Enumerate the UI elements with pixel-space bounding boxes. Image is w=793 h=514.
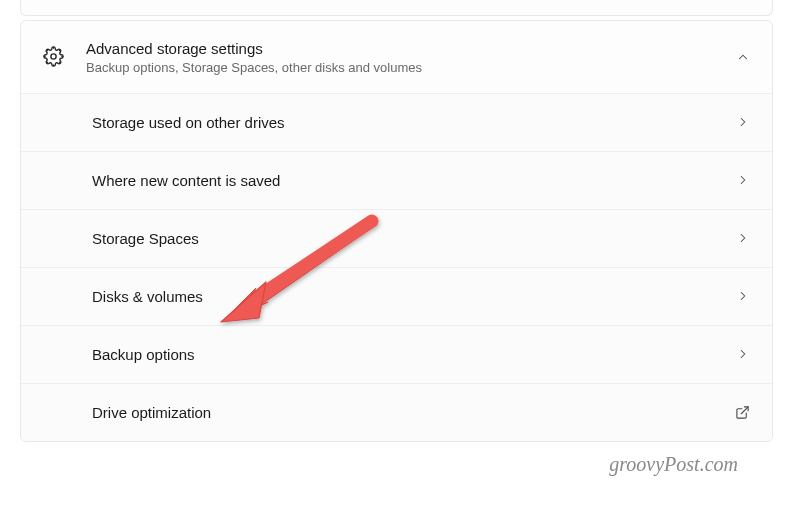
setting-label: Backup options: [92, 346, 736, 363]
where-new-content-saved[interactable]: Where new content is saved: [21, 152, 772, 210]
advanced-storage-header[interactable]: Advanced storage settings Backup options…: [21, 21, 772, 94]
storage-used-other-drives[interactable]: Storage used on other drives: [21, 94, 772, 152]
chevron-right-icon: [736, 347, 750, 361]
header-text-block: Advanced storage settings Backup options…: [86, 39, 724, 75]
svg-line-1: [741, 406, 748, 413]
chevron-right-icon: [736, 173, 750, 187]
gear-icon: [43, 46, 64, 67]
previous-panel-edge: [20, 0, 773, 16]
setting-label: Disks & volumes: [92, 288, 736, 305]
header-title: Advanced storage settings: [86, 39, 724, 59]
svg-point-0: [51, 54, 56, 59]
drive-optimization[interactable]: Drive optimization: [21, 384, 772, 441]
disks-volumes[interactable]: Disks & volumes: [21, 268, 772, 326]
external-link-icon: [735, 405, 750, 420]
setting-label: Where new content is saved: [92, 172, 736, 189]
watermark-text: groovyPost.com: [609, 453, 738, 476]
storage-spaces[interactable]: Storage Spaces: [21, 210, 772, 268]
advanced-storage-panel: Advanced storage settings Backup options…: [20, 20, 773, 442]
chevron-right-icon: [736, 115, 750, 129]
chevron-right-icon: [736, 289, 750, 303]
setting-label: Storage Spaces: [92, 230, 736, 247]
chevron-right-icon: [736, 231, 750, 245]
setting-label: Drive optimization: [92, 404, 735, 421]
backup-options[interactable]: Backup options: [21, 326, 772, 384]
chevron-up-icon: [736, 50, 750, 64]
setting-label: Storage used on other drives: [92, 114, 736, 131]
header-subtitle: Backup options, Storage Spaces, other di…: [86, 60, 724, 75]
